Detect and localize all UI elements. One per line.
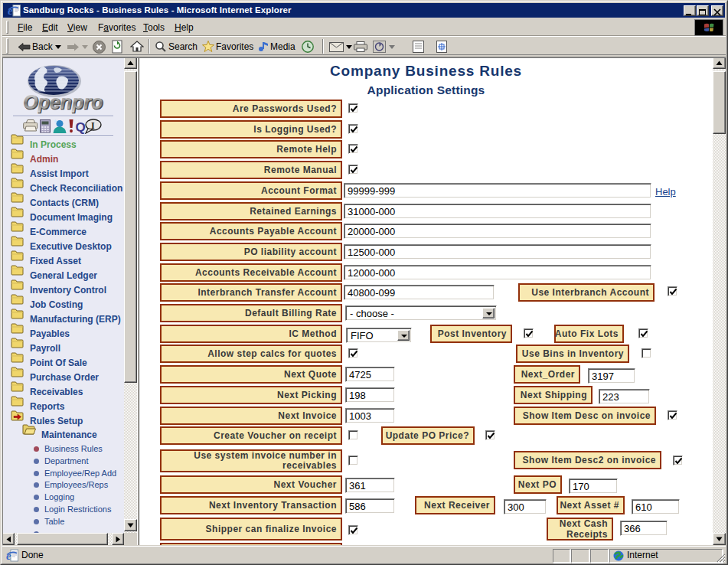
svg-text:I: I [91, 120, 95, 131]
svg-text:Openpro: Openpro [23, 91, 103, 113]
svg-text:Q: Q [76, 120, 86, 135]
svg-text:e: e [8, 5, 13, 17]
svg-text:e: e [6, 550, 11, 562]
